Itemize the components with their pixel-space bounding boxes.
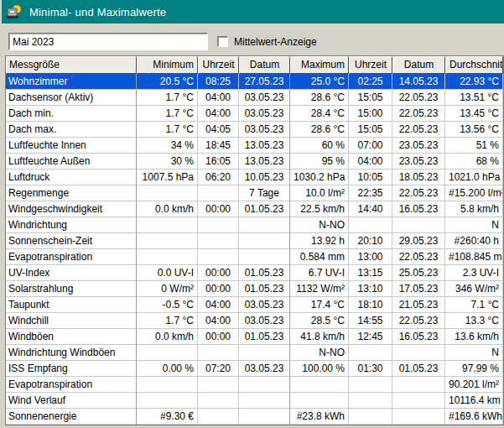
column-header-0[interactable]: Messgröße xyxy=(6,56,137,74)
table-cell xyxy=(290,377,349,393)
table-row[interactable]: Sonnenschein-Zeit13.92 h20:1029.05.23#26… xyxy=(6,233,503,249)
table-cell xyxy=(239,393,290,409)
table-cell: 28.5 °C xyxy=(290,313,349,329)
column-header-3[interactable]: Datum xyxy=(239,56,290,74)
table-row[interactable]: Luftfeuchte Innen34 %18:4513.05.2360 %07… xyxy=(6,138,503,154)
table-cell xyxy=(349,409,392,425)
table-cell: 346 W/m² xyxy=(445,281,503,297)
table-cell: 03.05.23 xyxy=(239,361,290,377)
table-cell: 22:35 xyxy=(349,185,392,201)
table-row[interactable]: Evapotranspiration90.201 l/m² xyxy=(6,377,503,393)
table-row[interactable]: Dach min.1.7 °C04:0003.05.2328.4 °C15:00… xyxy=(6,106,503,122)
table-row[interactable]: Regenmenge7 Tage10.0 l/m²22:3522.05.23#1… xyxy=(6,185,503,201)
table-cell: 13.6 km/h xyxy=(445,329,503,345)
table-cell xyxy=(137,393,198,409)
table-cell xyxy=(137,217,198,233)
table-cell xyxy=(198,233,239,249)
column-header-5[interactable]: Uhrzeit xyxy=(349,56,392,74)
table-cell: 12:45 xyxy=(349,329,392,345)
table-row[interactable]: Luftdruck1007.5 hPa06:2010.05.231030.2 h… xyxy=(6,170,503,185)
column-header-1[interactable]: Minimum xyxy=(137,56,198,74)
table-row[interactable]: WindrichtungN-NON xyxy=(6,217,503,233)
table-cell: Evapotranspiration xyxy=(6,377,137,393)
table-row[interactable]: Wind Verlauf10116.4 km xyxy=(6,393,503,409)
table-cell: 1132 W/m² xyxy=(290,281,349,297)
period-input[interactable] xyxy=(8,33,208,50)
column-header-6[interactable]: Datum xyxy=(392,56,445,74)
table-cell: 22.05.23 xyxy=(392,313,445,329)
table-cell: Sonnenschein-Zeit xyxy=(6,233,137,249)
table-cell: Dach max. xyxy=(6,122,137,138)
table-cell: 13.05.23 xyxy=(239,154,290,170)
table-cell xyxy=(349,217,392,233)
table-row[interactable]: Dachsensor (Aktiv)1.7 °C04:0003.05.2328.… xyxy=(6,90,503,106)
table-cell xyxy=(239,409,290,425)
weather-station-icon[interactable] xyxy=(6,3,23,20)
table-cell: 18.05.23 xyxy=(392,170,445,185)
table-cell xyxy=(392,409,445,425)
table-row[interactable]: Luftfeuchte Außen30 %16:0513.05.2395 %04… xyxy=(6,154,503,170)
table-row[interactable]: ISS Empfang0.00 %07:2003.05.23100.00 %01… xyxy=(6,361,503,377)
table-cell: 03.05.23 xyxy=(239,90,290,106)
table-cell: 0.0 km/h xyxy=(137,329,198,345)
table-cell: 1.7 °C xyxy=(137,106,198,122)
table-cell: Windchill xyxy=(6,313,137,329)
table-cell: 03.05.23 xyxy=(239,106,290,122)
column-header-4[interactable]: Maximum xyxy=(290,56,349,74)
column-header-2[interactable]: Uhrzeit xyxy=(198,56,239,74)
table-cell: 04:00 xyxy=(198,90,239,106)
table-row[interactable]: Windgeschwindigkeit0.0 km/h00:0001.05.23… xyxy=(6,201,503,217)
table-cell: 20.5 °C xyxy=(137,74,198,90)
table-cell: Windböen xyxy=(6,329,137,345)
table-row[interactable]: UV-Index0.0 UV-I00:0001.05.236.7 UV-I13:… xyxy=(6,265,503,281)
table-row[interactable]: Sonnenenergie#9.30 €#23.8 kWh#169.6 kWh xyxy=(6,409,503,425)
table-cell: 22.05.23 xyxy=(392,249,445,265)
table-cell: 100.00 % xyxy=(290,361,349,377)
window-title: Minimal- und Maximalwerte xyxy=(29,6,166,18)
table-cell xyxy=(349,345,392,361)
table-cell: 03.05.23 xyxy=(239,313,290,329)
table-cell xyxy=(198,377,239,393)
mittelwert-checkbox[interactable] xyxy=(217,36,228,47)
table-cell: 17.4 °C xyxy=(290,297,349,313)
table-cell xyxy=(392,393,445,409)
table-cell: 07:20 xyxy=(198,361,239,377)
table-cell: 01.05.23 xyxy=(392,361,445,377)
table-cell: 5.8 km/h xyxy=(445,201,503,217)
table-row[interactable]: Windrichtung WindböenN-NON xyxy=(6,345,503,361)
table-cell: 22.5 km/h xyxy=(290,201,349,217)
table-cell: 6.7 UV-I xyxy=(290,265,349,281)
title-bar: Minimal- und Maximalwerte xyxy=(2,0,504,23)
table-row[interactable]: Windböen0.0 km/h00:0001.05.2341.8 km/h12… xyxy=(6,329,503,345)
table-cell: 97.99 % xyxy=(445,361,503,377)
table-cell: 13:15 xyxy=(349,265,392,281)
table-row[interactable]: Solarstrahlung0 W/m²00:0001.05.231132 W/… xyxy=(6,281,503,297)
table-cell: 10116.4 km xyxy=(445,393,503,409)
table-cell: 1.7 °C xyxy=(137,313,198,329)
table-cell: Windrichtung xyxy=(6,217,137,233)
column-header-7[interactable]: Durchschnitt xyxy=(445,56,503,74)
table-cell: Solarstrahlung xyxy=(6,281,137,297)
table-row[interactable]: Evapotranspiration0.584 mm13:0022.05.23#… xyxy=(6,249,503,265)
table-cell: 22.05.23 xyxy=(392,185,445,201)
table-cell: 23.05.23 xyxy=(392,154,445,170)
table-row[interactable]: Wohnzimmer20.5 °C08:2527.05.2325.0 °C02:… xyxy=(6,74,503,90)
table-cell xyxy=(239,233,290,249)
table-cell: 04:00 xyxy=(349,154,392,170)
table-cell: 18:10 xyxy=(349,297,392,313)
table-cell: 01.05.23 xyxy=(239,281,290,297)
table-cell: 68 % xyxy=(445,154,503,170)
table-cell: #23.8 kWh xyxy=(290,409,349,425)
table-row[interactable]: Windchill1.7 °C04:0003.05.2328.5 °C14:55… xyxy=(6,313,503,329)
table-cell: 25.05.23 xyxy=(392,265,445,281)
table-cell xyxy=(198,185,239,201)
table-row[interactable]: Dach max.1.7 °C04:0503.05.2328.6 °C15:05… xyxy=(6,122,503,138)
table-cell: Windgeschwindigkeit xyxy=(6,201,137,217)
table-cell: 10.05.23 xyxy=(239,170,290,185)
table-cell: 22.05.23 xyxy=(392,106,445,122)
table-cell: 1.7 °C xyxy=(137,90,198,106)
table-cell: 04:05 xyxy=(198,122,239,138)
table-cell: N-NO xyxy=(290,345,349,361)
table-row[interactable]: Taupunkt-0.5 °C04:0003.05.2317.4 °C18:10… xyxy=(6,297,503,313)
table-cell: #9.30 € xyxy=(137,409,198,425)
